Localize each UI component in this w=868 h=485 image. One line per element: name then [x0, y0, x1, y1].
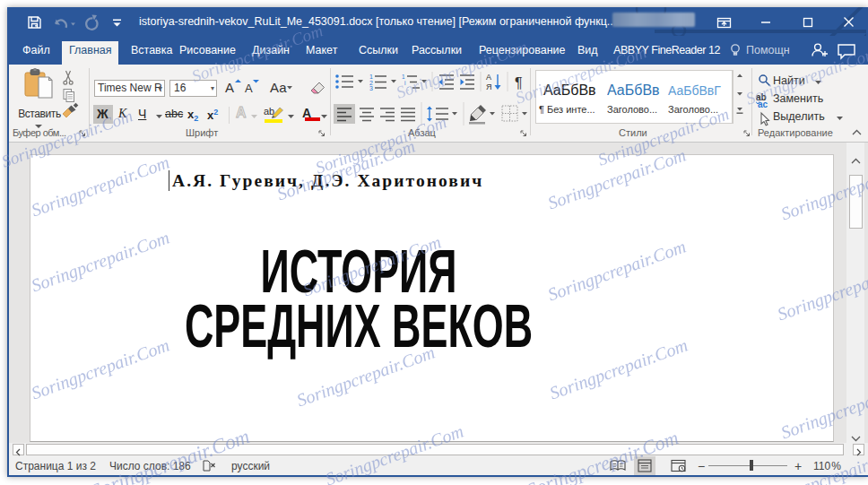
svg-text::: : — [407, 85, 409, 91]
svg-text:Я: Я — [486, 82, 492, 91]
svg-text:А: А — [486, 73, 491, 82]
svg-text:А: А — [225, 80, 234, 95]
svg-text:i: i — [404, 80, 405, 86]
svg-text:1: 1 — [369, 74, 373, 80]
svg-text:Аа: Аа — [270, 80, 287, 95]
svg-text:3: 3 — [369, 85, 373, 91]
svg-text:А: А — [245, 82, 253, 95]
svg-text:¶: ¶ — [515, 75, 523, 91]
svg-text:ac: ac — [758, 100, 768, 109]
